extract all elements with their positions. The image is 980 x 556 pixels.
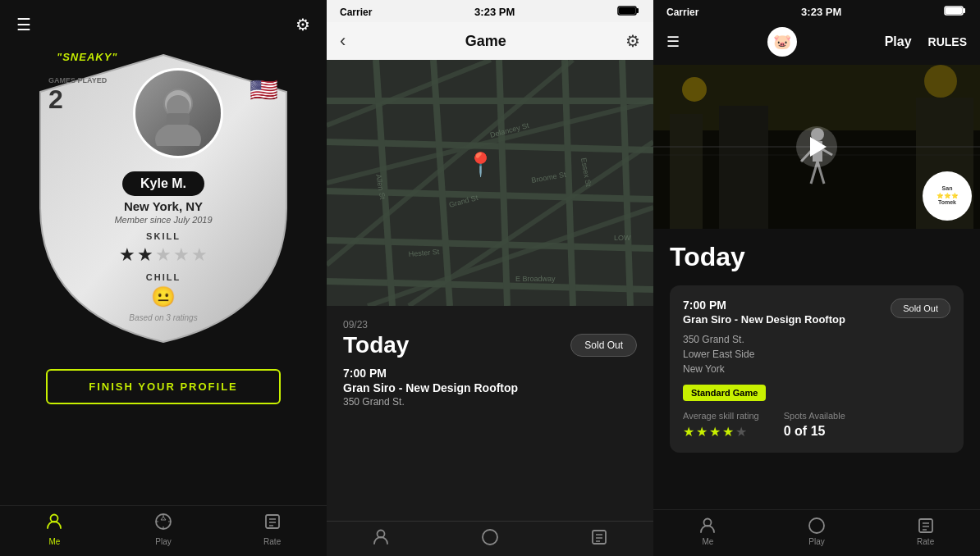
hamburger-icon[interactable]: ☰ bbox=[16, 15, 31, 34]
games-played: GAMES PLAYED 2 bbox=[48, 68, 107, 112]
tab-me[interactable]: Me bbox=[45, 513, 63, 546]
panel3-bottomtabs: Me Play Rate bbox=[653, 509, 980, 556]
star-1: ★ bbox=[119, 244, 135, 266]
tab-rate-label: Rate bbox=[263, 537, 281, 546]
shield-content: "SNEAKY" GAMES PLAYED 2 bbox=[24, 43, 303, 322]
star-3: ★ bbox=[155, 244, 172, 266]
skill-stat-stars: ★ ★ ★ ★ ★ bbox=[683, 424, 759, 440]
avatar bbox=[133, 68, 223, 158]
panel2-info: 09/23 Today Sold Out 7:00 PM Gran Siro -… bbox=[327, 306, 653, 521]
p3-hamburger-icon[interactable]: ☰ bbox=[666, 33, 680, 51]
skill-star-5: ★ bbox=[735, 424, 747, 440]
panel2-statusbar: Carrier 3:23 PM bbox=[327, 0, 653, 22]
p3-tab-play[interactable]: Play bbox=[808, 517, 826, 546]
profile-shield: "SNEAKY" GAMES PLAYED 2 bbox=[24, 43, 303, 354]
p3-tab-rate[interactable]: Rate bbox=[917, 517, 935, 546]
settings-icon[interactable]: ⚙ bbox=[295, 15, 310, 34]
skill-star-2: ★ bbox=[696, 424, 708, 440]
svg-point-62 bbox=[924, 65, 957, 98]
p3-play-tab[interactable]: Play bbox=[885, 34, 912, 49]
svg-rect-13 bbox=[636, 8, 639, 13]
panel2-bottomtabs bbox=[327, 521, 653, 556]
spots-count: 0 of 15 bbox=[784, 424, 845, 439]
spots-stat-label: Spots Available bbox=[784, 411, 845, 421]
play-panel: Carrier 3:23 PM ☰ 🐷 Play RULES bbox=[653, 0, 980, 556]
svg-point-40 bbox=[483, 530, 497, 545]
svg-rect-47 bbox=[946, 7, 962, 14]
p2-tab-me[interactable] bbox=[372, 528, 390, 546]
panel2-topbar: ‹ Game ⚙ bbox=[327, 22, 653, 60]
panel2-gear-icon[interactable]: ⚙ bbox=[625, 31, 640, 51]
panel3-topbar: ☰ 🐷 Play RULES bbox=[653, 22, 980, 65]
p3-nav: Play RULES bbox=[885, 34, 967, 49]
p3-time-text: 3:23 PM bbox=[801, 6, 841, 18]
tab-play-label: Play bbox=[155, 537, 171, 546]
games-played-count: 2 bbox=[48, 86, 63, 112]
tab-rate[interactable]: Rate bbox=[263, 513, 282, 546]
svg-rect-4 bbox=[167, 113, 190, 125]
svg-rect-46 bbox=[963, 8, 965, 13]
svg-text:E Broadway: E Broadway bbox=[515, 275, 556, 283]
p3-rules-tab[interactable]: RULES bbox=[928, 35, 967, 48]
p3-me-label: Me bbox=[702, 537, 713, 546]
game-sold-out-button[interactable]: Sold Out bbox=[891, 299, 950, 318]
battery-icon bbox=[617, 5, 640, 19]
video-player[interactable]: San⭐⭐⭐Tomek bbox=[653, 65, 980, 229]
player-name: Kyle M. bbox=[122, 171, 204, 196]
svg-point-1 bbox=[155, 123, 201, 146]
date-text: 09/23 bbox=[343, 319, 637, 330]
tab-me-label: Me bbox=[48, 537, 60, 546]
p3-logo-circle: 🐷 bbox=[767, 27, 797, 57]
avatar-placeholder bbox=[135, 71, 221, 156]
p3-carrier-text: Carrier bbox=[666, 7, 698, 18]
p2-tab-rate[interactable] bbox=[590, 528, 608, 546]
star-5: ★ bbox=[191, 244, 208, 266]
skill-stars: ★ ★ ★ ★ ★ bbox=[119, 244, 208, 266]
skill-stat-label: Average skill rating bbox=[683, 411, 759, 421]
time-text: 3:23 PM bbox=[474, 6, 515, 18]
rating-basis: Based on 3 ratings bbox=[129, 313, 197, 322]
map-view[interactable]: Delancey St Broome St Grand St Hester St… bbox=[327, 60, 653, 306]
p2-tab-play[interactable] bbox=[481, 528, 499, 546]
soccer-icon bbox=[154, 513, 172, 535]
p3-tab-me[interactable]: Me bbox=[698, 517, 717, 546]
finish-profile-button[interactable]: FINISH YOUR PROFILE bbox=[46, 369, 281, 404]
svg-rect-50 bbox=[670, 114, 703, 229]
skill-stat: Average skill rating ★ ★ ★ ★ ★ bbox=[683, 411, 759, 440]
avatar-image bbox=[145, 80, 211, 146]
p3-battery-icon bbox=[944, 5, 967, 19]
panel1-topbar: ☰ ⚙ bbox=[0, 0, 327, 43]
member-since: Member since July 2019 bbox=[114, 215, 212, 225]
play-button[interactable] bbox=[796, 126, 837, 167]
person-icon bbox=[45, 513, 63, 535]
game-stats: Average skill rating ★ ★ ★ ★ ★ Spots Ava… bbox=[683, 411, 950, 440]
svg-rect-14 bbox=[619, 7, 635, 14]
game-venue: Gran Siro - New Design Rooftop bbox=[343, 381, 637, 394]
skill-star-4: ★ bbox=[722, 424, 734, 440]
back-button[interactable]: ‹ bbox=[340, 30, 346, 52]
spots-stat: Spots Available 0 of 15 bbox=[784, 411, 845, 440]
game-card-header: 7:00 PM Gran Siro - New Design Rooftop S… bbox=[683, 299, 950, 326]
game-panel: Carrier 3:23 PM ‹ Game ⚙ bbox=[327, 0, 653, 556]
game-address: 350 Grand St. Lower East Side New York bbox=[683, 332, 950, 376]
tab-play[interactable]: Play bbox=[154, 513, 172, 546]
svg-point-61 bbox=[682, 77, 707, 102]
p3-rate-label: Rate bbox=[917, 537, 934, 546]
play-triangle-icon bbox=[810, 137, 827, 157]
chill-label: CHILL bbox=[146, 272, 181, 282]
panel3-statusbar: Carrier 3:23 PM bbox=[653, 0, 980, 22]
game-time-venue: 7:00 PM Gran Siro - New Design Rooftop bbox=[683, 299, 845, 326]
game-card-time: 7:00 PM bbox=[683, 299, 845, 312]
bottom-tabs: Me Play Rate bbox=[0, 505, 327, 556]
flag-emoji: 🇺🇸 bbox=[250, 68, 278, 103]
video-badge-text: San⭐⭐⭐Tomek bbox=[936, 185, 959, 206]
map-pin-icon: 📍 bbox=[466, 151, 495, 178]
standard-game-badge: Standard Game bbox=[683, 385, 766, 401]
today-label: Today bbox=[343, 332, 409, 358]
sold-out-button[interactable]: Sold Out bbox=[570, 334, 637, 357]
carrier-text: Carrier bbox=[340, 7, 372, 18]
today-row: Today Sold Out bbox=[343, 332, 637, 358]
rate-icon bbox=[263, 513, 282, 535]
game-card: 7:00 PM Gran Siro - New Design Rooftop S… bbox=[670, 285, 964, 453]
svg-point-64 bbox=[809, 518, 824, 533]
